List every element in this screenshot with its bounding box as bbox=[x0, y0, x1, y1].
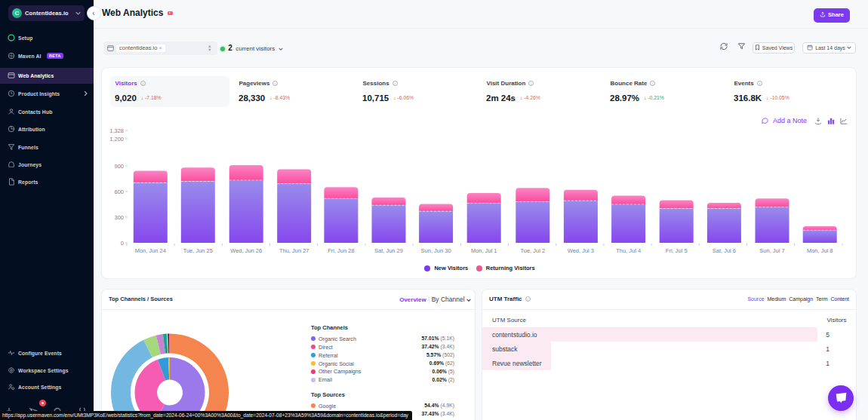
svg-text:Mon, Jul 1: Mon, Jul 1 bbox=[471, 247, 497, 253]
svg-text:Fri, Jul 5: Fri, Jul 5 bbox=[666, 247, 688, 253]
svg-text:900: 900 bbox=[114, 163, 124, 170]
svg-text:300: 300 bbox=[114, 214, 124, 221]
svg-text:Fri, Jun 28: Fri, Jun 28 bbox=[328, 247, 354, 253]
svg-text:0: 0 bbox=[121, 240, 124, 247]
svg-text:Sat, Jun 29: Sat, Jun 29 bbox=[374, 247, 403, 253]
svg-text:Wed, Jul 3: Wed, Jul 3 bbox=[568, 247, 594, 253]
svg-text:Tue, Jul 2: Tue, Jul 2 bbox=[520, 247, 545, 253]
svg-text:Thu, Jun 27: Thu, Jun 27 bbox=[279, 247, 309, 253]
svg-text:Sat, Jul 6: Sat, Jul 6 bbox=[713, 247, 736, 253]
svg-text:Wed, Jun 26: Wed, Jun 26 bbox=[230, 247, 262, 253]
svg-text:Sun, Jun 30: Sun, Jun 30 bbox=[421, 247, 451, 253]
svg-text:Sun, Jul 7: Sun, Jul 7 bbox=[759, 247, 784, 253]
svg-text:Thu, Jul 4: Thu, Jul 4 bbox=[616, 247, 641, 253]
svg-text:Mon, Jun 24: Mon, Jun 24 bbox=[135, 247, 166, 253]
svg-text:Tue, Jun 25: Tue, Jun 25 bbox=[183, 247, 213, 253]
svg-text:1,328: 1,328 bbox=[109, 127, 124, 134]
svg-text:Mon, Jul 8: Mon, Jul 8 bbox=[807, 247, 833, 253]
svg-text:600: 600 bbox=[114, 189, 124, 195]
svg-text:1,200: 1,200 bbox=[109, 136, 124, 143]
